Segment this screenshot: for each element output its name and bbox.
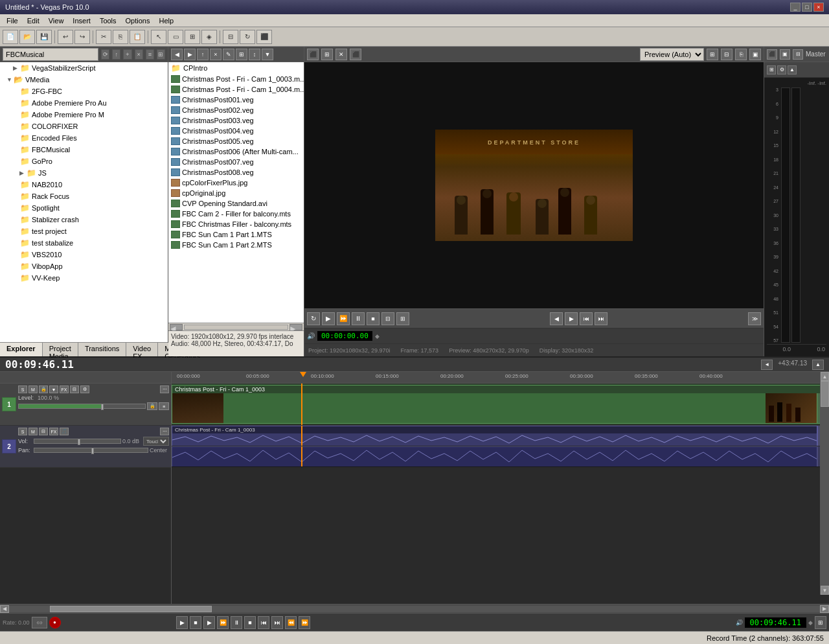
track-1-lock2[interactable]: 🔒 <box>147 402 157 410</box>
up-dir-button[interactable]: ↑ <box>197 49 209 60</box>
prev-frame-btn[interactable]: ◀ <box>550 312 563 325</box>
scroll-thumb[interactable] <box>184 325 288 330</box>
video-track-lane[interactable]: Christmas Post - Fri - Cam 1_0003 <box>172 384 829 426</box>
file-item-cam1-0003[interactable]: Christmas Post - Fri - Cam 1_0003.m... <box>168 74 304 84</box>
track-2-center[interactable]: ⊟ <box>39 428 48 435</box>
meter-ctrl1[interactable]: ⊞ <box>767 65 776 75</box>
v-scroll-track[interactable] <box>821 381 829 586</box>
file-item-veg002[interactable]: ChristmasPost002.veg <box>168 105 304 115</box>
h-scroll-right[interactable]: ▶ <box>820 605 829 613</box>
preview-split-btn[interactable]: ⊟ <box>721 49 732 60</box>
tool-trim[interactable]: ⊞ <box>185 30 200 44</box>
next-frame-btn[interactable]: ▶ <box>565 312 578 325</box>
tree-item-colorfixer[interactable]: 📁 COLORFIXER <box>0 121 168 132</box>
scroll-left-btn[interactable]: ◀ <box>170 324 183 330</box>
tree-item-2fg[interactable]: 📁 2FG-FBC <box>0 86 168 97</box>
tree-item-encoded[interactable]: 📁 Encoded Files <box>0 132 168 144</box>
timeline-h-scrollbar[interactable]: ◀ ▶ <box>0 604 829 613</box>
file-item-fbc-christmas[interactable]: FBC Christmas Filler - balcony.mts <box>168 219 304 229</box>
tab-explorer[interactable]: Explorer <box>0 343 43 356</box>
file-item-cvp[interactable]: CVP Opening Standard.avi <box>168 198 304 209</box>
file-item-veg008[interactable]: ChristmasPost008.veg <box>168 167 304 178</box>
audio-track-lane-top[interactable]: Christmas Post - Fri - Cam 1_0003 ↕ <box>172 426 829 446</box>
tree-item-adobe1[interactable]: 📁 Adobe Premiere Pro Au <box>0 97 168 109</box>
transport-prev[interactable]: ⏮ <box>258 616 269 629</box>
tree-item-vvkeep[interactable]: 📁 VV-Keep <box>0 272 168 284</box>
next-button[interactable]: ▶ <box>184 49 196 60</box>
delete-button[interactable]: × <box>210 49 221 60</box>
tl-expand-btn[interactable]: ▲ <box>812 360 824 370</box>
save-button[interactable]: 💾 <box>36 30 52 44</box>
meter-ctrl3[interactable]: ▲ <box>788 65 797 75</box>
view-button[interactable]: ⊞ <box>236 49 247 60</box>
preview-external-btn[interactable]: ▣ <box>749 49 761 60</box>
snap-button[interactable]: ⊟ <box>223 30 238 44</box>
track-1-level-slider[interactable] <box>18 404 146 409</box>
time-ruler[interactable]: 00:00:000 00:05:000 00:10:000 00:15:000 … <box>172 372 829 384</box>
more-btn[interactable]: ≫ <box>748 312 761 325</box>
tree-item-vibopapp[interactable]: 📁 VibopApp <box>0 260 168 272</box>
snap-btn[interactable]: ⊞ <box>396 312 409 325</box>
next-event-btn[interactable]: ⏭ <box>595 312 608 325</box>
undo-button[interactable]: ↩ <box>58 30 73 44</box>
loop-button[interactable]: ↻ <box>240 30 255 44</box>
menu-view[interactable]: View <box>45 16 68 25</box>
menu-edit[interactable]: Edit <box>23 16 43 25</box>
pan-thumb[interactable] <box>91 448 94 454</box>
filter-button[interactable]: ▼ <box>262 49 273 60</box>
file-item-colorfixerplus[interactable]: cpColorFixerPlus.jpg <box>168 178 304 188</box>
track-2-touch-select[interactable]: Touch <box>143 437 169 446</box>
master-ctrl2[interactable]: ⊟ <box>793 49 803 60</box>
master-ctrl1[interactable]: ▣ <box>780 49 790 60</box>
pause-btn[interactable]: ⏸ <box>352 312 365 325</box>
tool-arrow[interactable]: ↖ <box>151 30 166 44</box>
play-btn[interactable]: ▶ <box>322 312 335 325</box>
tab-transitions[interactable]: Transitions <box>78 343 126 356</box>
tree-item-js[interactable]: ▶ 📁 JS <box>0 167 168 179</box>
transport-play[interactable]: ▶ <box>176 616 188 629</box>
open-button[interactable]: 📂 <box>19 30 35 44</box>
track-1-expand2[interactable]: ≡ <box>159 402 169 410</box>
record-button[interactable]: ● <box>49 617 61 628</box>
track-2-solo[interactable]: S <box>18 428 27 435</box>
timeline-v-scrollbar[interactable]: ▲ ▼ <box>820 372 829 595</box>
meter-ctrl2[interactable]: ⚙ <box>777 65 786 75</box>
preview-ctrl-btn4[interactable]: ⬛ <box>350 49 361 60</box>
file-item-veg006[interactable]: ChristmasPost006 (After Multi-cam... <box>168 146 304 157</box>
file-item-veg007[interactable]: ChristmasPost007.veg <box>168 157 304 167</box>
track-1-expand[interactable]: ▼ <box>49 385 58 393</box>
transport-next[interactable]: ⏭ <box>271 616 283 629</box>
transport-play2[interactable]: ▶ <box>203 616 215 629</box>
track-2-envelope[interactable]: 🎵 <box>60 428 69 435</box>
audio-track-lane-bottom[interactable]: ↕ <box>172 446 829 467</box>
loop-btn[interactable]: ↻ <box>307 312 320 325</box>
file-list-scrollbar[interactable]: ◀ ▶ <box>168 323 304 330</box>
tree-item-stablizer[interactable]: 📁 Stablizer crash <box>0 214 168 225</box>
transport-rwd[interactable]: ⏪ <box>285 616 297 629</box>
vol-thumb[interactable] <box>78 439 80 445</box>
maximize-button[interactable]: □ <box>802 3 812 12</box>
menu-options[interactable]: Options <box>122 16 154 25</box>
track-1-solo[interactable]: S <box>18 385 27 393</box>
cut-button[interactable]: ✂ <box>96 30 111 44</box>
prev-button[interactable]: ◀ <box>171 49 183 60</box>
tree-item-spotlight[interactable]: 📁 Spotlight <box>0 202 168 214</box>
tree-item-testproject[interactable]: 📁 test project <box>0 225 168 237</box>
prev-event-btn[interactable]: ⏮ <box>580 312 593 325</box>
preview-grid-btn[interactable]: ⊞ <box>707 49 718 60</box>
redo-button[interactable]: ↪ <box>74 30 90 44</box>
tree-item-teststabalize[interactable]: 📁 test stabalize <box>0 237 168 249</box>
preview-ctrl-btn[interactable]: ⬛ <box>307 49 319 60</box>
preview-ctrl-btn2[interactable]: ⊞ <box>321 49 333 60</box>
transport-stop2[interactable]: ■ <box>244 616 256 629</box>
render-button[interactable]: ⬛ <box>256 30 272 44</box>
tool-select[interactable]: ▭ <box>168 30 183 44</box>
new-button[interactable]: 📄 <box>3 30 18 44</box>
file-item-fbc-sun1[interactable]: FBC Sun Cam 1 Part 1.MTS <box>168 229 304 240</box>
preview-mode-select[interactable]: Preview (Auto) Preview Best Draft <box>640 48 704 61</box>
file-item-fbc-sun2[interactable]: FBC Sun Cam 1 Part 2.MTS <box>168 240 304 250</box>
transport-fwd[interactable]: ⏩ <box>299 616 310 629</box>
scroll-right-btn[interactable]: ▶ <box>290 324 302 330</box>
audio-clip-bottom[interactable] <box>172 446 817 467</box>
close-button[interactable]: × <box>813 3 824 12</box>
